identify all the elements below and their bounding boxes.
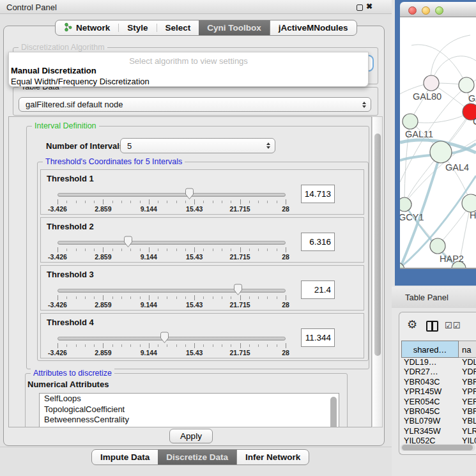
table-row[interactable]: YDL19…YDL1 xyxy=(401,358,476,367)
threshold-4-slider-thumb[interactable] xyxy=(160,332,169,344)
threshold-3-slider-thumb[interactable] xyxy=(233,284,243,296)
network-node[interactable] xyxy=(403,114,418,129)
list-scrollbar-thumb[interactable] xyxy=(330,397,337,427)
network-edge[interactable] xyxy=(411,45,466,85)
table-row[interactable]: YBR043CYBR0 xyxy=(401,378,476,387)
threshold-1-slider-thumb[interactable] xyxy=(185,188,194,200)
checkboxes-icon[interactable]: ☑☑ xyxy=(445,321,461,330)
table-data-combobox[interactable]: galFiltered.sif default node xyxy=(19,97,371,112)
table-hscrollbar[interactable] xyxy=(401,444,475,451)
tab-jactivemnodules[interactable]: jActiveMNodules xyxy=(270,20,357,35)
threshold-1-slider-track[interactable] xyxy=(58,193,286,197)
threshold-3-value-field[interactable]: 21.4 xyxy=(301,280,335,299)
cell-name[interactable]: YDL1 xyxy=(462,358,476,367)
network-node[interactable] xyxy=(459,77,474,93)
algorithm-combo-placeholder: Select algorithm to view settings xyxy=(9,56,368,66)
panel-scrollbar[interactable] xyxy=(372,116,383,427)
numerical-attributes-label: Numerical Attributes xyxy=(27,380,109,389)
cell-name[interactable]: YER0 xyxy=(462,397,476,406)
tick-label: 15.43 xyxy=(186,301,203,309)
table-row[interactable]: YLR345WYLR3 xyxy=(401,427,476,436)
network-node[interactable] xyxy=(430,238,445,254)
tick-label: 2.859 xyxy=(95,205,111,213)
slider-tick-labels: -3.4262.8599.14415.4321.71528 xyxy=(58,205,286,213)
cell-name[interactable]: YLR3 xyxy=(462,427,476,436)
table-panel-region: Table Panel ⚙ ☑☑ shared… na YDL19…YDL1YD… xyxy=(392,286,476,476)
thresholds-group-label: Threshold's Coordinates for 5 Intervals xyxy=(43,157,185,166)
threshold-2-value-field[interactable]: 6.316 xyxy=(301,233,335,251)
float-window-icon[interactable] xyxy=(357,4,363,11)
table-row[interactable]: YDR27…YDR2 xyxy=(401,367,476,377)
close-icon[interactable]: ✖ xyxy=(366,2,372,11)
slider-ticks xyxy=(58,343,286,349)
network-node-label: GCY1 xyxy=(400,212,424,222)
numerical-attributes-list[interactable]: SelfLoopsTopologicalCoefficientBetweenne… xyxy=(39,393,339,427)
table-row[interactable]: YBR045CYBR0 xyxy=(401,407,476,417)
columns-icon[interactable] xyxy=(426,321,438,332)
cell-shared-name[interactable]: YBR045C xyxy=(404,407,440,416)
tab-cyni-toolbox[interactable]: Cyni Toolbox xyxy=(199,20,270,35)
threshold-4-value-field[interactable]: 11.344 xyxy=(301,328,335,347)
threshold-1-label: Threshold 1 xyxy=(47,174,94,183)
cell-shared-name[interactable]: YPR145W xyxy=(404,387,441,396)
cell-name[interactable]: YDR2 xyxy=(462,367,476,376)
column-header-name[interactable]: na xyxy=(459,341,476,358)
close-traffic-light-icon[interactable] xyxy=(408,6,417,15)
tick-label: 15.43 xyxy=(186,205,203,213)
table-row[interactable]: YBL079WYBL0 xyxy=(401,417,476,426)
tab-style[interactable]: Style xyxy=(119,20,156,35)
attribute-list-item[interactable]: TopologicalCoefficient xyxy=(40,404,339,415)
minimize-traffic-light-icon[interactable] xyxy=(422,6,430,15)
network-edge[interactable] xyxy=(431,35,470,83)
network-node[interactable] xyxy=(430,141,452,163)
threshold-1-value-field[interactable]: 14.713 xyxy=(301,185,335,203)
tab-network[interactable]: Network xyxy=(56,20,118,35)
threshold-4-slider-track[interactable] xyxy=(58,337,286,341)
network-node[interactable] xyxy=(462,194,476,212)
threshold-2-slider-track[interactable] xyxy=(58,241,286,245)
tick-label: -3.426 xyxy=(48,205,67,213)
network-graph: GAL80GACGAL11GAL4GCY1HHAP2 xyxy=(400,17,476,269)
tick-label: 21.715 xyxy=(230,301,250,309)
table-row[interactable]: YER054CYER0 xyxy=(401,397,476,407)
dropdown-item-manual-discretization[interactable]: Manual Discretization xyxy=(11,66,96,75)
threshold-3-slider-track[interactable] xyxy=(58,289,286,293)
zoom-traffic-light-icon[interactable] xyxy=(435,6,443,15)
gear-icon[interactable]: ⚙ xyxy=(407,318,417,332)
threshold-2-label: Threshold 2 xyxy=(47,222,94,231)
tab-select[interactable]: Select xyxy=(157,20,199,35)
network-node[interactable] xyxy=(400,197,411,211)
cell-name[interactable]: YBR0 xyxy=(462,407,476,416)
attribute-list-item[interactable]: BetweennessCentrality xyxy=(40,415,339,426)
column-header-shared-name[interactable]: shared… xyxy=(401,341,459,358)
cell-name[interactable]: YBR0 xyxy=(462,378,476,387)
threshold-2-slider-thumb[interactable] xyxy=(123,236,133,248)
cell-shared-name[interactable]: YDR27… xyxy=(404,367,438,376)
panel-scrollbar-thumb[interactable] xyxy=(374,134,381,356)
table-row[interactable]: YPR145WYPR1 xyxy=(401,387,476,397)
tab-discretize-data[interactable]: Discretize Data xyxy=(158,450,236,464)
table-hscrollbar-thumb[interactable] xyxy=(402,445,473,450)
attributes-group-label: Attributes to discretize xyxy=(31,369,114,378)
cell-shared-name[interactable]: YBL079W xyxy=(404,417,440,426)
table-panel-title: Table Panel xyxy=(405,293,449,302)
tab-impute-data[interactable]: Impute Data xyxy=(92,450,158,464)
cell-name[interactable]: YPR1 xyxy=(462,387,476,396)
discretization-algorithm-group-label: Discretization Algorithm xyxy=(19,43,107,52)
cell-shared-name[interactable]: YBR043C xyxy=(404,378,440,387)
network-node-label: GAL4 xyxy=(445,162,469,173)
network-node[interactable] xyxy=(424,75,439,91)
cell-shared-name[interactable]: YER054C xyxy=(404,397,440,406)
cell-shared-name[interactable]: YDL19… xyxy=(404,358,436,367)
number-of-intervals-combobox[interactable]: 5 xyxy=(120,138,275,153)
network-view-canvas[interactable]: GAL80GACGAL11GAL4GCY1HHAP2 xyxy=(400,17,476,269)
tick-label: 28 xyxy=(282,349,289,357)
cell-shared-name[interactable]: YLR345W xyxy=(404,427,441,436)
apply-button[interactable]: Apply xyxy=(169,429,213,443)
cell-name[interactable]: YBL0 xyxy=(462,417,476,426)
attribute-list-item[interactable]: SelfLoops xyxy=(40,394,339,404)
tab-infer-network[interactable]: Infer Network xyxy=(236,450,309,464)
dropdown-item-equal-width[interactable]: Equal Width/Frequency Discretization xyxy=(11,77,150,86)
tick-label: 9.144 xyxy=(141,253,157,261)
threshold-3-label: Threshold 3 xyxy=(47,270,94,279)
